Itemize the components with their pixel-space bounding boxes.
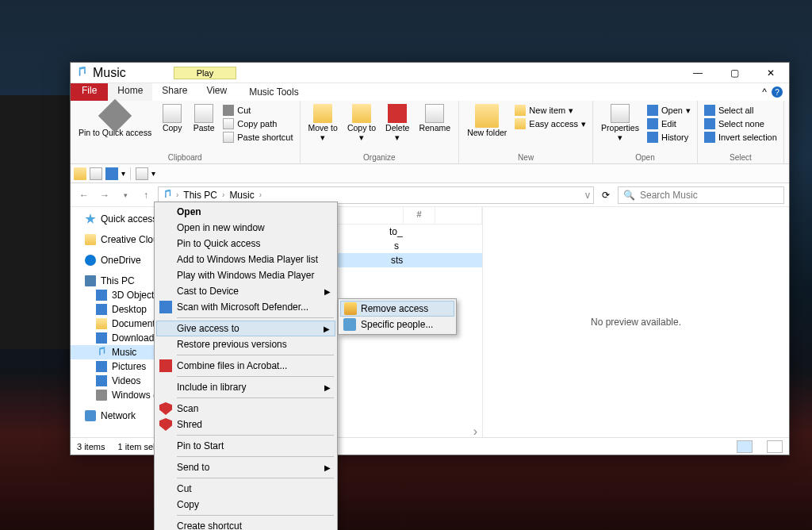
ctx-send-to[interactable]: Send to▶ — [156, 459, 335, 475]
ctx-shred[interactable]: Shred — [156, 417, 335, 432]
collapse-ribbon-icon[interactable]: ^ — [762, 86, 767, 98]
ctx-cast[interactable]: Cast to Device▶ — [156, 283, 335, 299]
ctx-give-access[interactable]: Give access to▶ — [156, 321, 335, 336]
lock-icon — [344, 302, 357, 315]
ctx-scan[interactable]: Scan — [156, 401, 335, 417]
cut-button[interactable]: Cut — [221, 104, 294, 117]
address-dropdown-icon[interactable]: v — [585, 190, 590, 201]
qat-icon[interactable] — [74, 167, 86, 180]
preview-text: No preview available. — [591, 317, 681, 328]
ctx-create-shortcut[interactable]: Create shortcut — [156, 518, 335, 530]
history-button[interactable]: History — [645, 131, 692, 144]
qat-dropdown-icon[interactable]: ▾ — [151, 169, 155, 178]
acrobat-icon — [159, 359, 172, 372]
ctx-open[interactable]: Open — [156, 204, 335, 220]
ribbon-tabs: File Home Share View Music Tools ^ ? — [71, 83, 789, 101]
music-icon — [75, 67, 88, 79]
context-tab-play[interactable]: Play — [174, 67, 236, 79]
delete-button[interactable]: Delete▾ — [382, 102, 412, 144]
music-icon — [162, 190, 173, 201]
group-organize: Organize — [305, 153, 454, 163]
rename-button[interactable]: Rename — [416, 102, 454, 134]
minimize-button[interactable]: — — [680, 63, 716, 83]
quick-access-toolbar: ▾ ▾ — [71, 164, 789, 183]
pin-quick-access-button[interactable]: Pin to Quick access — [75, 102, 155, 139]
paste-button[interactable]: Paste — [190, 102, 218, 134]
group-new: New — [464, 153, 588, 163]
ctx-pin-quick-access[interactable]: Pin to Quick access — [156, 236, 335, 252]
ctx-restore-versions[interactable]: Restore previous versions — [156, 336, 335, 352]
move-to-button[interactable]: Move to▾ — [305, 102, 341, 144]
ctx-defender[interactable]: Scan with Microsoft Defender... — [156, 299, 335, 315]
back-button[interactable]: ← — [75, 186, 93, 204]
help-icon[interactable]: ? — [772, 86, 783, 98]
open-button[interactable]: Open ▾ — [645, 104, 692, 117]
people-icon — [343, 318, 356, 331]
close-button[interactable]: ✕ — [753, 63, 789, 83]
context-submenu-give-access: Remove access Specific people... — [338, 298, 457, 335]
ctx-copy[interactable]: Copy — [156, 497, 335, 513]
copy-to-button[interactable]: Copy to▾ — [344, 102, 379, 144]
group-open: Open — [598, 153, 692, 163]
tab-file[interactable]: File — [71, 83, 108, 101]
tab-music-tools[interactable]: Music Tools — [241, 83, 306, 101]
tab-view[interactable]: View — [197, 83, 236, 101]
copy-path-button[interactable]: Copy path — [221, 117, 294, 130]
ctx-pin-start[interactable]: Pin to Start — [156, 438, 335, 454]
ctx-specific-people[interactable]: Specific people... — [340, 317, 454, 332]
maximize-button[interactable]: ▢ — [716, 63, 753, 83]
ctx-wmp-play[interactable]: Play with Windows Media Player — [156, 267, 335, 283]
forward-button[interactable]: → — [96, 186, 113, 204]
group-select: Select — [703, 153, 779, 163]
defender-icon — [159, 301, 172, 313]
ctx-include-library[interactable]: Include in library▶ — [156, 379, 335, 395]
status-item-count: 3 items — [77, 442, 105, 451]
ctx-open-new-window[interactable]: Open in new window — [156, 220, 335, 236]
easy-access-button[interactable]: Easy access ▾ — [513, 117, 588, 130]
col-num[interactable]: # — [404, 207, 435, 224]
new-folder-button[interactable]: New folder — [464, 102, 510, 139]
view-details-button[interactable] — [737, 440, 753, 453]
qat-icon[interactable] — [90, 167, 102, 180]
new-item-button[interactable]: New item ▾ — [513, 104, 588, 117]
paste-shortcut-button[interactable]: Paste shortcut — [221, 131, 294, 144]
ribbon: Pin to Quick access Copy Paste Cut Copy … — [71, 101, 789, 164]
recent-dropdown[interactable]: ▾ — [117, 186, 134, 204]
up-button[interactable]: ↑ — [137, 186, 155, 204]
ctx-remove-access[interactable]: Remove access — [340, 301, 454, 317]
mcafee-icon — [159, 402, 172, 415]
qat-view-icon[interactable] — [136, 167, 148, 180]
group-clipboard: Clipboard — [75, 153, 295, 163]
search-placeholder: Search Music — [640, 190, 698, 201]
col-title[interactable] — [435, 207, 482, 224]
copy-button[interactable]: Copy — [158, 102, 186, 134]
context-menu: Open Open in new window Pin to Quick acc… — [154, 202, 338, 530]
invert-selection-button[interactable]: Invert selection — [703, 131, 779, 144]
breadcrumb-item[interactable]: Music — [228, 190, 255, 201]
tab-share[interactable]: Share — [152, 83, 197, 101]
view-large-button[interactable] — [767, 440, 783, 453]
title-bar: Music Play — ▢ ✕ — [71, 63, 789, 83]
ctx-cut[interactable]: Cut — [156, 481, 335, 497]
mcafee-icon — [159, 418, 172, 431]
properties-button[interactable]: Properties▾ — [598, 102, 642, 144]
scroll-right-icon[interactable]: › — [473, 424, 482, 436]
window-title: Music — [93, 66, 126, 80]
qat-dropdown-icon[interactable]: ▾ — [121, 169, 125, 178]
qat-icon[interactable] — [105, 167, 118, 180]
select-none-button[interactable]: Select none — [703, 117, 779, 130]
ctx-wmp-add[interactable]: Add to Windows Media Player list — [156, 252, 335, 267]
ctx-acrobat[interactable]: Combine files in Acrobat... — [156, 358, 335, 374]
search-input[interactable]: 🔍 Search Music — [618, 186, 784, 204]
refresh-button[interactable]: ⟳ — [597, 186, 615, 204]
select-all-button[interactable]: Select all — [703, 104, 779, 117]
breadcrumb-item[interactable]: This PC — [182, 190, 219, 201]
preview-pane: No preview available. — [483, 207, 789, 437]
edit-button[interactable]: Edit — [645, 117, 692, 130]
